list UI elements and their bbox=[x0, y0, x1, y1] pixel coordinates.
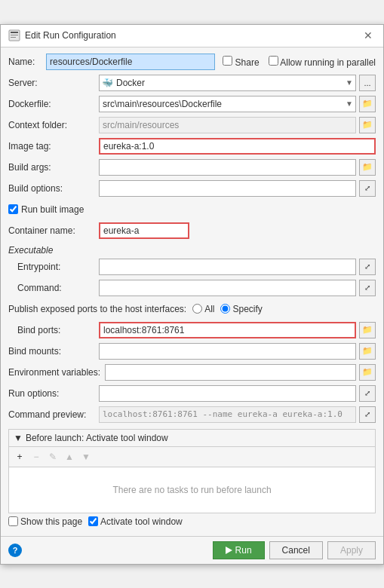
image-tag-input[interactable] bbox=[99, 138, 376, 155]
env-variables-input[interactable] bbox=[105, 364, 356, 381]
add-task-btn[interactable]: + bbox=[12, 449, 27, 464]
container-name-label: Container name: bbox=[8, 225, 99, 236]
before-launch-content: There are no tasks to run before launch bbox=[9, 467, 375, 513]
all-radio[interactable] bbox=[192, 304, 202, 314]
edit-task-btn[interactable]: ✎ bbox=[45, 449, 60, 464]
container-name-input[interactable] bbox=[99, 222, 189, 239]
bind-ports-label: Bind ports: bbox=[8, 325, 99, 335]
entrypoint-input[interactable] bbox=[99, 259, 356, 275]
all-radio-label[interactable]: All bbox=[192, 304, 214, 314]
build-options-expand-btn[interactable]: ⤢ bbox=[359, 180, 376, 197]
server-select[interactable]: Docker bbox=[99, 75, 356, 91]
move-down-task-btn[interactable]: ▼ bbox=[78, 449, 94, 464]
build-args-label: Build args: bbox=[8, 162, 99, 173]
run-options-input[interactable] bbox=[99, 385, 356, 402]
bind-ports-row: Bind ports: 📁 bbox=[8, 320, 376, 340]
dialog-content: Name: Share Allow running in parallel Se… bbox=[1, 47, 383, 536]
cancel-button[interactable]: Cancel bbox=[269, 541, 323, 559]
show-page-label[interactable]: Show this page bbox=[8, 516, 82, 527]
context-folder-label: Context folder: bbox=[8, 120, 99, 130]
context-folder-input bbox=[99, 117, 356, 133]
share-checkbox-label[interactable]: Share bbox=[223, 56, 259, 68]
build-args-btn[interactable]: 📁 bbox=[359, 159, 376, 176]
specify-radio-label[interactable]: Specify bbox=[220, 304, 262, 314]
command-preview-control: localhost:8761:8761 --name eureka-a eure… bbox=[99, 406, 376, 423]
help-button[interactable]: ? bbox=[8, 544, 22, 557]
title-bar-left: Edit Run Configuration bbox=[8, 29, 116, 41]
bind-ports-control: 📁 bbox=[99, 322, 376, 338]
remove-task-btn[interactable]: − bbox=[29, 449, 44, 464]
name-row: Name: Share Allow running in parallel bbox=[8, 54, 376, 70]
dockerfile-select[interactable]: src\main\resources\Dockerfile bbox=[99, 96, 356, 112]
dialog-title: Edit Run Configuration bbox=[25, 30, 116, 41]
bind-mounts-label: Bind mounts: bbox=[8, 346, 99, 357]
specify-radio[interactable] bbox=[220, 304, 230, 314]
run-options-label: Run options: bbox=[8, 388, 99, 399]
context-folder-control: src/main/resources 📁 bbox=[99, 117, 376, 133]
command-row: Command: ⤢ bbox=[8, 278, 376, 298]
env-variables-btn[interactable]: 📁 bbox=[359, 364, 376, 381]
bottom-row: Show this page Activate tool window bbox=[8, 513, 376, 530]
image-tag-control bbox=[99, 138, 376, 155]
share-area: Share Allow running in parallel bbox=[223, 56, 376, 68]
share-checkbox[interactable] bbox=[223, 56, 232, 66]
entrypoint-expand-btn[interactable]: ⤢ bbox=[359, 259, 376, 275]
container-name-row: Container name: bbox=[8, 221, 376, 240]
command-label: Command: bbox=[8, 283, 99, 293]
entrypoint-label: Entrypoint: bbox=[8, 262, 99, 272]
command-input[interactable] bbox=[99, 280, 356, 296]
dockerfile-folder-btn[interactable]: 📁 bbox=[359, 96, 376, 112]
before-launch-header[interactable]: ▼ Before launch: Activate tool window bbox=[9, 430, 375, 447]
before-launch-title: Before launch: Activate tool window bbox=[26, 433, 168, 443]
bind-mounts-control: 📁 bbox=[99, 343, 376, 360]
show-page-text: Show this page bbox=[20, 516, 82, 527]
server-select-wrapper: 🐳 Docker ▼ bbox=[99, 75, 356, 91]
bind-ports-btn[interactable]: 📁 bbox=[359, 322, 376, 338]
before-launch-empty-message: There are no tasks to run before launch bbox=[112, 485, 271, 495]
server-control: 🐳 Docker ▼ ... bbox=[99, 75, 376, 91]
run-button-label: Run bbox=[235, 545, 252, 556]
command-preview-value: localhost:8761:8761 --name eureka-a eure… bbox=[103, 409, 343, 419]
context-folder-row: Context folder: src/main/resources 📁 bbox=[8, 115, 376, 135]
name-input[interactable] bbox=[46, 54, 215, 70]
run-built-image-row: Run built image bbox=[8, 200, 376, 219]
run-built-image-checkbox[interactable] bbox=[8, 204, 18, 214]
bind-mounts-input[interactable] bbox=[99, 343, 356, 360]
all-radio-text: All bbox=[204, 304, 214, 314]
build-args-control: 📁 bbox=[99, 159, 376, 176]
run-options-expand-btn[interactable]: ⤢ bbox=[359, 385, 376, 402]
dockerfile-label: Dockerfile: bbox=[8, 99, 99, 109]
before-launch-toolbar: + − ✎ ▲ ▼ bbox=[9, 447, 375, 467]
activate-tool-checkbox[interactable] bbox=[88, 516, 98, 526]
run-options-control: ⤢ bbox=[99, 385, 376, 402]
parallel-checkbox[interactable] bbox=[269, 56, 278, 66]
publish-ports-label: Publish exposed ports to the host interf… bbox=[8, 304, 186, 314]
run-built-image-label[interactable]: Run built image bbox=[8, 204, 84, 215]
build-args-input[interactable] bbox=[99, 159, 356, 176]
dockerfile-select-wrapper: src\main\resources\Dockerfile ▼ bbox=[99, 96, 356, 112]
before-launch-arrow: ▼ bbox=[14, 433, 23, 443]
close-button[interactable]: ✕ bbox=[361, 28, 376, 43]
parallel-checkbox-label[interactable]: Allow running in parallel bbox=[269, 56, 376, 68]
build-options-input[interactable] bbox=[99, 180, 356, 197]
before-launch-section: ▼ Before launch: Activate tool window + … bbox=[8, 429, 376, 513]
run-button[interactable]: Run bbox=[213, 541, 265, 559]
dialog-footer: ? Run Cancel Apply bbox=[1, 536, 383, 564]
build-args-row: Build args: 📁 bbox=[8, 158, 376, 177]
specify-radio-text: Specify bbox=[232, 304, 262, 314]
title-bar: Edit Run Configuration ✕ bbox=[1, 25, 383, 47]
activate-tool-label[interactable]: Activate tool window bbox=[88, 516, 183, 527]
env-variables-row: Environment variables: 📁 bbox=[8, 363, 376, 382]
bind-mounts-btn[interactable]: 📁 bbox=[359, 343, 376, 360]
bind-ports-input[interactable] bbox=[99, 322, 356, 338]
svg-rect-1 bbox=[11, 32, 18, 33]
server-more-btn[interactable]: ... bbox=[359, 75, 376, 91]
bind-mounts-row: Bind mounts: 📁 bbox=[8, 341, 376, 361]
show-page-checkbox[interactable] bbox=[8, 516, 18, 526]
env-variables-control: 📁 bbox=[105, 364, 376, 381]
apply-button[interactable]: Apply bbox=[327, 541, 376, 559]
context-folder-btn[interactable]: 📁 bbox=[359, 117, 376, 133]
move-up-task-btn[interactable]: ▲ bbox=[62, 449, 77, 464]
command-expand-btn[interactable]: ⤢ bbox=[359, 280, 376, 296]
command-preview-expand-btn[interactable]: ⤢ bbox=[359, 406, 376, 423]
